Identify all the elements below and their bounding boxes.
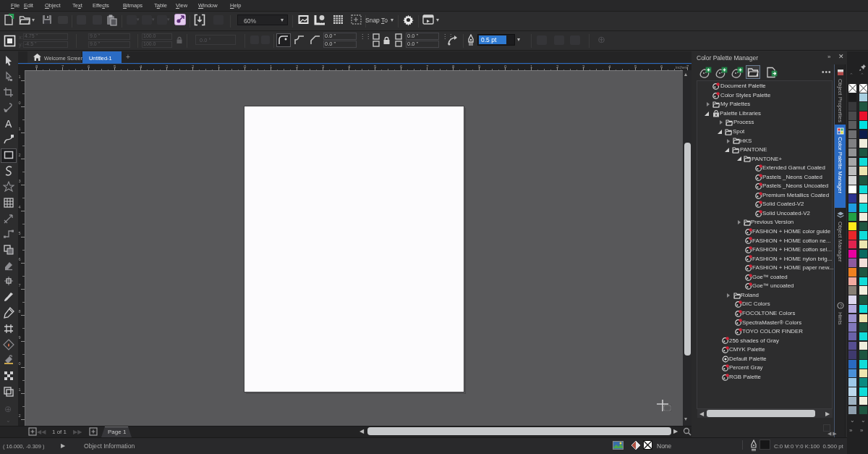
- svg-text:A: A: [5, 118, 12, 130]
- svg-text:?: ?: [839, 303, 842, 308]
